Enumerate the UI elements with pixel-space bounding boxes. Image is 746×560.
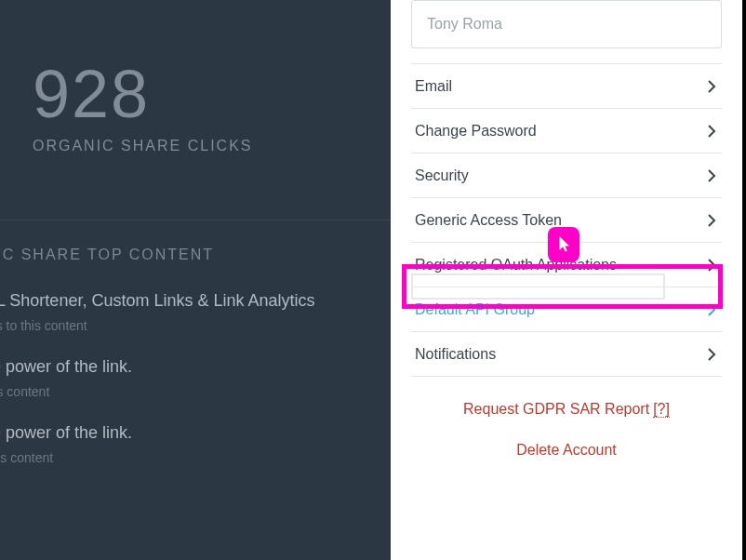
- dashboard-dark-panel: 928 ORGANIC SHARE CLICKS ANIC SHARE TOP …: [0, 0, 391, 560]
- settings-row-security[interactable]: Security: [411, 153, 722, 198]
- settings-row-email[interactable]: Email: [411, 64, 722, 109]
- request-gdpr-link[interactable]: Request GDPR SAR Report[?]: [463, 401, 670, 418]
- content-item[interactable]: The power of the link. o this content: [0, 357, 372, 399]
- chevron-right-icon: [705, 169, 718, 182]
- settings-label: Default API Group: [415, 301, 535, 318]
- settings-row-notifications[interactable]: Notifications: [411, 332, 722, 377]
- chevron-right-icon: [705, 303, 718, 316]
- gdpr-label: Request GDPR SAR Report: [463, 401, 649, 417]
- content-title: The power of the link.: [0, 423, 372, 443]
- settings-row-change-password[interactable]: Change Password: [411, 109, 722, 153]
- settings-row-generic-access-token[interactable]: Generic Access Token: [411, 198, 722, 243]
- stat-label: ORGANIC SHARE CLICKS: [33, 138, 391, 154]
- settings-label: Email: [415, 78, 452, 95]
- display-name-input[interactable]: Tony Roma: [411, 0, 722, 48]
- content-subtitle: to this content: [0, 450, 372, 465]
- content-title: The power of the link.: [0, 357, 372, 377]
- settings-label: Notifications: [415, 346, 496, 363]
- chevron-right-icon: [705, 348, 718, 361]
- chevron-right-icon: [705, 259, 718, 272]
- delete-account-link[interactable]: Delete Account: [516, 442, 617, 459]
- content-subtitle: Links to this content: [0, 318, 372, 333]
- window-edge: [742, 0, 746, 560]
- settings-label: Security: [415, 167, 469, 184]
- settings-label: Change Password: [415, 123, 537, 140]
- chevron-right-icon: [705, 214, 718, 227]
- settings-label: Generic Access Token: [415, 212, 562, 229]
- settings-label: Registered OAuth Applications: [415, 257, 617, 273]
- content-subtitle: o this content: [0, 384, 372, 399]
- content-item[interactable]: The power of the link. to this content: [0, 423, 372, 465]
- chevron-right-icon: [705, 125, 718, 138]
- stat-number: 928: [33, 56, 391, 132]
- settings-sidebar: Tony Roma Email Change Password Security…: [391, 0, 742, 560]
- chevron-right-icon: [705, 80, 718, 93]
- content-item[interactable]: URL Shortener, Custom Links & Link Analy…: [0, 291, 372, 333]
- content-title: URL Shortener, Custom Links & Link Analy…: [0, 291, 372, 311]
- help-icon[interactable]: [?]: [653, 401, 670, 418]
- settings-row-registered-oauth-apps[interactable]: Registered OAuth Applications: [411, 243, 722, 287]
- top-content-heading: ANIC SHARE TOP CONTENT: [0, 247, 372, 263]
- divider: [0, 220, 391, 220]
- settings-row-default-api-group[interactable]: Default API Group: [411, 287, 722, 332]
